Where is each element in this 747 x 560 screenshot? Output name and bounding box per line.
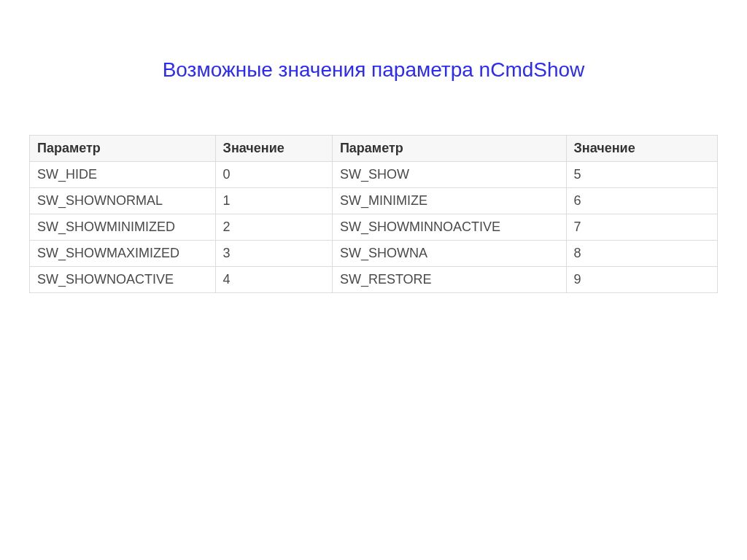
table-row: SW_SHOWMINIMIZED 2 SW_SHOWMINNOACTIVE 7 (30, 214, 718, 241)
cell-value: 5 (566, 162, 717, 188)
cell-value: 4 (215, 267, 332, 293)
cell-param: SW_SHOWNA (332, 241, 566, 267)
cell-value: 2 (215, 214, 332, 241)
table-row: SW_SHOWNORMAL 1 SW_MINIMIZE 6 (30, 188, 718, 214)
cell-param: SW_SHOWMINIMIZED (30, 214, 216, 241)
header-value-2: Значение (566, 136, 717, 162)
cell-value: 1 (215, 188, 332, 214)
table-header-row: Параметр Значение Параметр Значение (30, 136, 718, 162)
header-param-1: Параметр (30, 136, 216, 162)
header-value-1: Значение (215, 136, 332, 162)
cell-value: 6 (566, 188, 717, 214)
table-wrap: Параметр Значение Параметр Значение SW_H… (29, 135, 718, 293)
cell-value: 3 (215, 241, 332, 267)
header-param-2: Параметр (332, 136, 566, 162)
cell-value: 8 (566, 241, 717, 267)
cell-value: 9 (566, 267, 717, 293)
cell-param: SW_SHOWNOACTIVE (30, 267, 216, 293)
cell-param: SW_RESTORE (332, 267, 566, 293)
table-row: SW_SHOWNOACTIVE 4 SW_RESTORE 9 (30, 267, 718, 293)
ncmdshow-table: Параметр Значение Параметр Значение SW_H… (29, 135, 718, 293)
cell-param: SW_SHOWNORMAL (30, 188, 216, 214)
cell-value: 7 (566, 214, 717, 241)
cell-param: SW_MINIMIZE (332, 188, 566, 214)
page-title: Возможные значения параметра nCmdShow (0, 58, 747, 82)
cell-param: SW_HIDE (30, 162, 216, 188)
table-row: SW_HIDE 0 SW_SHOW 5 (30, 162, 718, 188)
cell-param: SW_SHOW (332, 162, 566, 188)
cell-value: 0 (215, 162, 332, 188)
page: Возможные значения параметра nCmdShow Па… (0, 0, 747, 560)
cell-param: SW_SHOWMAXIMIZED (30, 241, 216, 267)
cell-param: SW_SHOWMINNOACTIVE (332, 214, 566, 241)
table-row: SW_SHOWMAXIMIZED 3 SW_SHOWNA 8 (30, 241, 718, 267)
